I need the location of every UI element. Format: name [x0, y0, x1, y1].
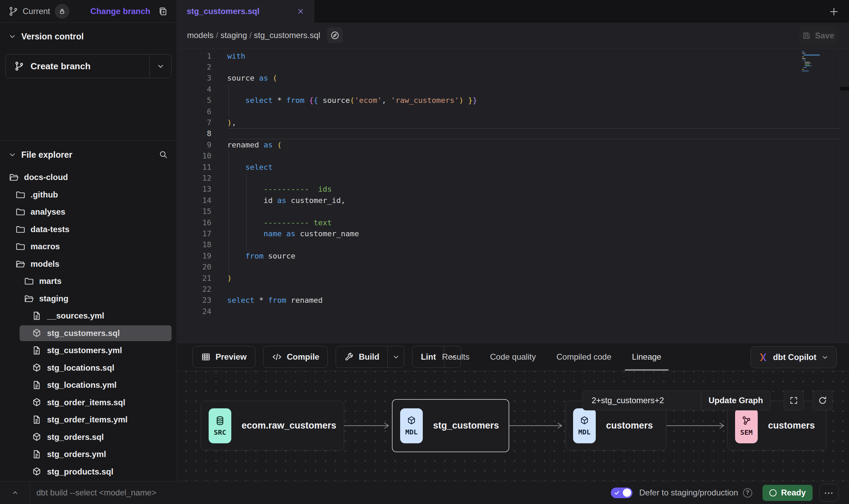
- lineage-node-ecom-raw_customers[interactable]: SRCecom.raw_customers: [201, 401, 344, 451]
- breadcrumb-segment[interactable]: stg_customers.sql: [254, 31, 320, 40]
- create-branch-button[interactable]: Create branch: [5, 54, 172, 78]
- preview-button[interactable]: Preview: [193, 346, 255, 368]
- refresh-button[interactable]: [813, 391, 833, 410]
- code-line[interactable]: 4: [177, 84, 849, 95]
- line-content: [227, 306, 849, 317]
- file-tree-item[interactable]: data-tests: [0, 221, 176, 238]
- code-line[interactable]: 21): [177, 273, 849, 284]
- code-line[interactable]: 16 ---------- text: [177, 217, 849, 228]
- panel-tab-results[interactable]: Results: [433, 343, 479, 371]
- change-branch-link[interactable]: Change branch: [90, 7, 150, 16]
- code-line[interactable]: 19 from source: [177, 250, 849, 261]
- file-tree-item[interactable]: stg_customers.sql: [0, 325, 176, 342]
- version-control-header[interactable]: Version control: [0, 24, 176, 49]
- code-editor[interactable]: 1with23source as (45 select * from {{ so…: [177, 48, 849, 343]
- panel-tab-code-quality[interactable]: Code quality: [481, 343, 545, 371]
- file-tree-item[interactable]: stg_order_items.sql: [0, 394, 176, 411]
- close-icon[interactable]: [296, 7, 305, 15]
- code-line[interactable]: 1with: [177, 50, 849, 61]
- code-line[interactable]: 15: [177, 206, 849, 217]
- code-line[interactable]: 17 name as customer_name: [177, 228, 849, 239]
- file-tree-item[interactable]: __sources.yml: [0, 307, 176, 325]
- help-icon[interactable]: ?: [743, 488, 752, 497]
- breadcrumb-segment[interactable]: models: [187, 31, 213, 40]
- breadcrumb-segment[interactable]: staging: [220, 31, 247, 40]
- create-branch-dropdown[interactable]: [149, 55, 171, 78]
- code-line[interactable]: 3source as (: [177, 73, 849, 84]
- lineage-selector-input[interactable]: 2+stg_customers+2: [583, 391, 701, 410]
- file-tree-item[interactable]: staging: [0, 290, 176, 308]
- floppy-icon: [802, 31, 811, 40]
- code-line[interactable]: 7),: [177, 117, 849, 128]
- ready-status-button[interactable]: Ready: [763, 485, 813, 501]
- code-line[interactable]: 13 ---------- ids: [177, 184, 849, 195]
- code-line[interactable]: 9renamed as (: [177, 139, 849, 150]
- code-line[interactable]: 18: [177, 239, 849, 250]
- save-label: Save: [815, 31, 834, 40]
- code-line[interactable]: 24: [177, 306, 849, 317]
- file-tree-item[interactable]: stg_customers.yml: [0, 342, 176, 359]
- search-icon[interactable]: [159, 150, 168, 159]
- code-line[interactable]: 2: [177, 61, 849, 72]
- file-name: stg_order_items.sql: [47, 398, 125, 407]
- command-input[interactable]: dbt build --select <model_name>: [36, 488, 156, 497]
- code-line[interactable]: 10: [177, 151, 849, 161]
- git-branch-icon: [8, 6, 19, 16]
- file-tree-item[interactable]: .github: [0, 186, 176, 204]
- chevron-down-icon: [821, 353, 829, 361]
- version-control-title: Version control: [21, 32, 84, 41]
- code-line[interactable]: 22: [177, 284, 849, 295]
- lineage-graph[interactable]: SRCecom.raw_customersMDLstg_customersMDL…: [177, 371, 849, 481]
- file-tree-item[interactable]: stg_orders.yml: [0, 446, 176, 463]
- dbt-copilot-button[interactable]: dbt Copilot: [751, 346, 837, 368]
- table-icon: [201, 352, 211, 362]
- more-options-button[interactable]: ⋯: [819, 484, 839, 502]
- file-tree-item[interactable]: analyses: [0, 203, 176, 221]
- build-button[interactable]: Build: [336, 346, 404, 368]
- cube-icon: [32, 363, 42, 373]
- code-line[interactable]: 11 select: [177, 161, 849, 172]
- code-line[interactable]: 12: [177, 172, 849, 183]
- code-line[interactable]: 6: [177, 106, 849, 117]
- defer-toggle[interactable]: [611, 488, 632, 498]
- line-number: 12: [177, 174, 211, 182]
- code-line[interactable]: 5 select * from {{ source('ecom', 'raw_c…: [177, 95, 849, 106]
- file-explorer-header[interactable]: File explorer: [0, 142, 176, 167]
- file-tree-item[interactable]: marts: [0, 273, 176, 290]
- file-tree-item[interactable]: stg_locations.yml: [0, 376, 176, 394]
- tab-stg-customers[interactable]: stg_customers.sql: [177, 0, 314, 23]
- scrollbar-track[interactable]: [840, 48, 840, 343]
- file-tree-item[interactable]: stg_order_items.yml: [0, 411, 176, 429]
- file-tree-item[interactable]: models: [0, 255, 176, 273]
- line-content: renamed as (: [227, 139, 849, 150]
- build-dropdown[interactable]: [387, 346, 404, 368]
- update-graph-button[interactable]: Update Graph: [701, 391, 770, 410]
- copy-icon[interactable]: [158, 6, 168, 16]
- lineage-node-stg_customers[interactable]: MDLstg_customers: [392, 399, 509, 452]
- code-line[interactable]: 8: [177, 128, 849, 139]
- bottom-toolbar: PreviewCompileBuildLint ResultsCode qual…: [177, 343, 849, 371]
- line-content: [227, 128, 840, 139]
- create-branch-main[interactable]: Create branch: [6, 55, 149, 78]
- code-line[interactable]: 23select * from renamed: [177, 295, 849, 306]
- save-button[interactable]: Save: [799, 26, 837, 45]
- new-tab-button[interactable]: [826, 4, 841, 19]
- file-tree-item[interactable]: docs-cloud: [0, 169, 176, 186]
- minimap-line: [802, 57, 804, 57]
- compile-button[interactable]: Compile: [263, 346, 328, 368]
- button-label: Preview: [216, 352, 247, 362]
- code-line[interactable]: 20: [177, 261, 849, 272]
- line-content: [227, 261, 849, 272]
- line-content: select * from {{ source('ecom', 'raw_cus…: [227, 95, 849, 106]
- collapse-command-bar[interactable]: [0, 481, 30, 504]
- compass-icon[interactable]: [327, 27, 343, 43]
- file-tree-item[interactable]: stg_locations.sql: [0, 359, 176, 377]
- fullscreen-button[interactable]: [784, 391, 804, 410]
- panel-tab-lineage[interactable]: Lineage: [623, 343, 671, 371]
- folder-open-icon: [9, 172, 19, 182]
- file-tree-item[interactable]: stg_products.sql: [0, 463, 176, 481]
- panel-tab-compiled-code[interactable]: Compiled code: [547, 343, 620, 371]
- code-line[interactable]: 14 id as customer_id,: [177, 195, 849, 206]
- file-tree-item[interactable]: stg_orders.sql: [0, 429, 176, 446]
- file-tree-item[interactable]: macros: [0, 238, 176, 255]
